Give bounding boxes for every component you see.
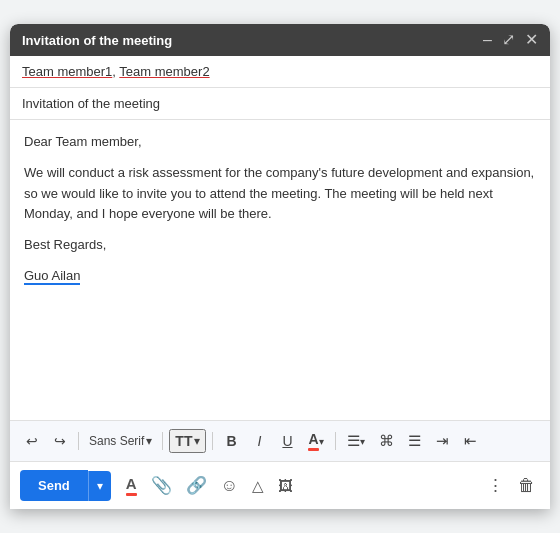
link-button[interactable]: 🔗 xyxy=(181,470,212,501)
formatting-toolbar: ↩ ↪ Sans Serif ▾ TT ▾ B I U A ▾ ☰ ▾ ⌘ xyxy=(10,420,550,461)
outdent-button[interactable]: ⇤ xyxy=(459,428,483,454)
numbered-list-button[interactable]: ⌘ xyxy=(374,428,399,454)
bold-button[interactable]: B xyxy=(219,429,243,453)
link-icon: 🔗 xyxy=(186,475,207,496)
font-size-label: TT xyxy=(175,433,192,449)
align-icon: ☰ xyxy=(347,432,360,450)
bottom-right-actions: ⋮ 🗑 xyxy=(482,470,540,501)
attach-button[interactable]: 📎 xyxy=(146,470,177,501)
more-options-button[interactable]: ⋮ xyxy=(482,470,509,501)
separator-3 xyxy=(212,432,213,450)
subject-text: Invitation of the meeting xyxy=(22,96,160,111)
send-group: Send ▾ xyxy=(20,470,111,501)
minimize-button[interactable]: – xyxy=(483,32,492,48)
recipient-2[interactable]: Team member2 xyxy=(119,64,209,79)
undo-button[interactable]: ↩ xyxy=(20,429,44,453)
format-text-icon: A xyxy=(126,475,137,496)
expand-button[interactable]: ⤢ xyxy=(502,32,515,48)
email-body[interactable]: Dear Team member, We will conduct a risk… xyxy=(10,120,550,420)
separator-2 xyxy=(162,432,163,450)
drive-button[interactable]: △ xyxy=(247,472,269,500)
font-color-icon: A xyxy=(308,431,318,451)
font-size-selector[interactable]: TT ▾ xyxy=(169,429,206,453)
bottom-actions: A 📎 🔗 ☺ △ 🖼 xyxy=(121,470,298,501)
indent-icon: ⇥ xyxy=(436,432,449,450)
bottom-bar: Send ▾ A 📎 🔗 ☺ △ 🖼 xyxy=(10,461,550,509)
font-label: Sans Serif xyxy=(89,434,144,448)
outdent-icon: ⇤ xyxy=(464,432,477,450)
numbered-list-icon: ⌘ xyxy=(379,432,394,450)
delete-icon: 🗑 xyxy=(518,476,535,496)
format-text-button[interactable]: A xyxy=(121,470,142,501)
salutation: Dear Team member, xyxy=(24,132,536,153)
title-bar-actions: – ⤢ ✕ xyxy=(483,32,538,48)
signature-name: Guo Ailan xyxy=(24,268,80,285)
font-color-button[interactable]: A ▾ xyxy=(303,427,328,455)
font-dropdown-icon: ▾ xyxy=(146,434,152,448)
drive-icon: △ xyxy=(252,477,264,495)
separator-1 xyxy=(78,432,79,450)
body-paragraph: We will conduct a risk assessment for th… xyxy=(24,163,536,225)
emoji-icon: ☺ xyxy=(221,476,238,496)
font-color-dropdown-icon: ▾ xyxy=(319,436,324,447)
font-size-dropdown-icon: ▾ xyxy=(194,434,200,448)
bulleted-list-button[interactable]: ☰ xyxy=(403,428,427,454)
title-bar: Invitation of the meeting – ⤢ ✕ xyxy=(10,24,550,56)
send-button[interactable]: Send xyxy=(20,470,88,501)
signature: Guo Ailan xyxy=(24,266,536,287)
image-button[interactable]: 🖼 xyxy=(273,472,298,499)
image-icon: 🖼 xyxy=(278,477,293,494)
separator-4 xyxy=(335,432,336,450)
attach-icon: 📎 xyxy=(151,475,172,496)
closing: Best Regards, xyxy=(24,235,536,256)
recipients-row[interactable]: Team member1, Team member2 xyxy=(10,56,550,88)
redo-icon: ↪ xyxy=(54,433,66,449)
indent-button[interactable]: ⇥ xyxy=(431,428,455,454)
window-title: Invitation of the meeting xyxy=(22,33,172,48)
delete-button[interactable]: 🗑 xyxy=(513,471,540,501)
send-options-button[interactable]: ▾ xyxy=(88,471,111,501)
recipient-1[interactable]: Team member1 xyxy=(22,64,112,79)
bulleted-list-icon: ☰ xyxy=(408,432,421,450)
italic-button[interactable]: I xyxy=(247,429,271,453)
subject-row[interactable]: Invitation of the meeting xyxy=(10,88,550,120)
undo-icon: ↩ xyxy=(26,433,38,449)
redo-button[interactable]: ↪ xyxy=(48,429,72,453)
emoji-button[interactable]: ☺ xyxy=(216,471,243,501)
align-button[interactable]: ☰ ▾ xyxy=(342,428,370,454)
compose-window: Invitation of the meeting – ⤢ ✕ Team mem… xyxy=(10,24,550,509)
underline-button[interactable]: U xyxy=(275,429,299,453)
close-button[interactable]: ✕ xyxy=(525,32,538,48)
font-selector[interactable]: Sans Serif ▾ xyxy=(85,432,156,450)
align-dropdown-icon: ▾ xyxy=(360,436,365,447)
more-options-icon: ⋮ xyxy=(487,475,504,496)
